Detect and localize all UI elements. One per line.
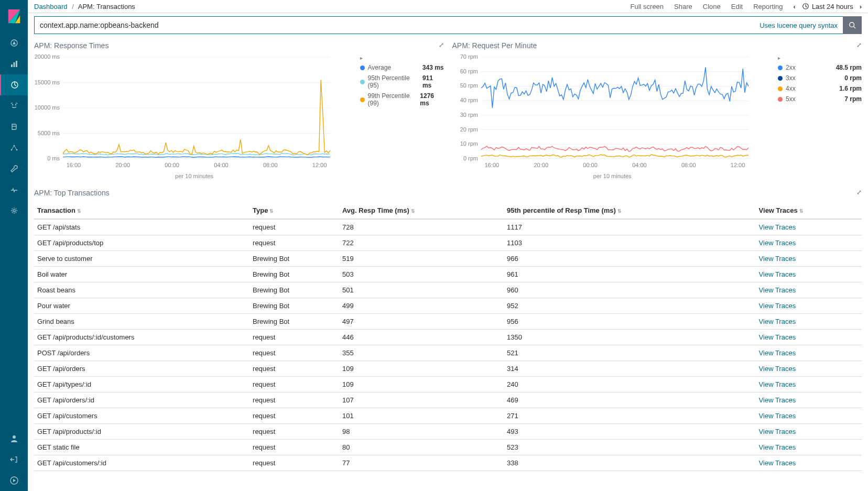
- view-traces-link[interactable]: View Traces: [759, 380, 796, 388]
- svg-text:70 rpm: 70 rpm: [460, 54, 478, 60]
- legend-name: 95th Percentile (95): [368, 74, 422, 89]
- expand-icon[interactable]: ⤢: [856, 41, 862, 49]
- nav-canvas[interactable]: [0, 116, 28, 137]
- cell-transaction: GET /api/customers/:id: [34, 455, 249, 471]
- cell-transaction: Pour water: [34, 298, 249, 314]
- legend-item[interactable]: 2xx48.5 rpm: [778, 64, 862, 71]
- expand-icon[interactable]: ⤢: [439, 41, 444, 49]
- legend-item[interactable]: 99th Percentile (99)1276 ms: [360, 92, 444, 107]
- cell-p95: 956: [504, 314, 756, 330]
- sort-icon[interactable]: ⇅: [617, 209, 622, 214]
- legend-item[interactable]: 4xx1.6 rpm: [778, 85, 862, 92]
- cell-avg: 503: [339, 267, 504, 282]
- view-traces-link[interactable]: View Traces: [759, 459, 796, 467]
- legend-item[interactable]: Average343 ms: [360, 64, 444, 71]
- cell-avg: 107: [339, 392, 504, 408]
- nav-discover[interactable]: [0, 32, 28, 53]
- view-traces-link[interactable]: View Traces: [759, 349, 796, 357]
- expand-icon[interactable]: ⤢: [856, 189, 862, 196]
- legend-item[interactable]: 95th Percentile (95)911 ms: [360, 74, 444, 89]
- nav-graph[interactable]: [0, 137, 28, 158]
- col-transaction[interactable]: Transaction⇅: [34, 202, 249, 219]
- cell-view-traces: View Traces: [756, 455, 862, 471]
- view-traces-link[interactable]: View Traces: [759, 428, 796, 435]
- panel-response-times: APM: Response Times ⤢ 0 ms5000 ms10000 m…: [34, 41, 444, 179]
- col-p95[interactable]: 95th percentile of Resp Time (ms)⇅: [504, 202, 756, 219]
- nav-collapse[interactable]: [0, 470, 28, 491]
- table-row: GET /api/ordersrequest109314View Traces: [34, 361, 862, 377]
- legend-dot: [778, 86, 783, 91]
- svg-text:20:00: 20:00: [115, 162, 130, 168]
- svg-text:50 rpm: 50 rpm: [460, 82, 478, 89]
- legend-item[interactable]: 5xx7 rpm: [778, 95, 862, 103]
- view-traces-link[interactable]: View Traces: [759, 255, 796, 263]
- sort-icon[interactable]: ⇅: [411, 209, 415, 214]
- panel-title: APM: Response Times: [34, 41, 444, 50]
- table-row: Roast beansBrewing Bot501960View Traces: [34, 282, 862, 298]
- view-traces-link[interactable]: View Traces: [759, 412, 796, 420]
- cell-transaction: GET /api/orders: [34, 361, 249, 377]
- legend-name: 99th Percentile (99): [368, 92, 420, 107]
- breadcrumb-root[interactable]: Dashboard: [34, 3, 68, 10]
- action-clone[interactable]: Clone: [703, 3, 721, 10]
- view-traces-link[interactable]: View Traces: [759, 239, 796, 247]
- col-traces[interactable]: View Traces⇅: [756, 202, 862, 219]
- legend-collapse-icon[interactable]: ▸: [778, 55, 780, 61]
- action-fullscreen[interactable]: Full screen: [631, 3, 664, 10]
- view-traces-link[interactable]: View Traces: [759, 318, 796, 325]
- legend-name: 2xx: [786, 64, 796, 71]
- action-reporting[interactable]: Reporting: [753, 3, 783, 10]
- nav-timelion[interactable]: [0, 95, 28, 116]
- query-syntax-hint[interactable]: Uses lucene query syntax: [754, 16, 843, 34]
- col-avg[interactable]: Avg. Resp Time (ms)⇅: [339, 202, 504, 219]
- action-edit[interactable]: Edit: [731, 3, 743, 10]
- breadcrumb: Dashboard / APM: Transactions: [34, 3, 135, 10]
- svg-text:20000 ms: 20000 ms: [35, 54, 60, 60]
- col-type[interactable]: Type⇅: [249, 202, 339, 219]
- svg-text:5000 ms: 5000 ms: [38, 130, 60, 136]
- time-next-icon[interactable]: ›: [860, 3, 862, 10]
- cell-avg: 98: [339, 424, 504, 440]
- panel-title: APM: Request Per Minute: [452, 41, 862, 50]
- legend-collapse-icon[interactable]: ▸: [360, 55, 363, 61]
- view-traces-link[interactable]: View Traces: [759, 302, 796, 310]
- time-picker[interactable]: Last 24 hours: [802, 3, 853, 10]
- rpm-chart[interactable]: 0 rpm10 rpm20 rpm30 rpm40 rpm50 rpm60 rp…: [452, 54, 751, 169]
- response-times-chart[interactable]: 0 ms5000 ms10000 ms15000 ms20000 ms16:00…: [34, 54, 333, 169]
- svg-rect-6: [16, 61, 17, 67]
- nav-logout[interactable]: [0, 449, 28, 470]
- legend-value: 7 rpm: [844, 95, 862, 103]
- view-traces-link[interactable]: View Traces: [759, 365, 796, 373]
- view-traces-link[interactable]: View Traces: [759, 333, 796, 341]
- sort-icon[interactable]: ⇅: [799, 209, 804, 214]
- view-traces-link[interactable]: View Traces: [759, 223, 796, 231]
- table-row: POST /api/ordersrequest355521View Traces: [34, 345, 862, 361]
- nav-management[interactable]: [0, 200, 28, 221]
- cell-p95: 521: [504, 345, 756, 361]
- kibana-logo[interactable]: [0, 0, 28, 32]
- svg-text:30 rpm: 30 rpm: [460, 112, 478, 118]
- cell-view-traces: View Traces: [756, 440, 862, 455]
- nav-dashboard[interactable]: [0, 74, 28, 95]
- table-row: GET /api/statsrequest7281117View Traces: [34, 219, 862, 235]
- sort-icon[interactable]: ⇅: [269, 209, 274, 214]
- nav-devtools[interactable]: [0, 158, 28, 179]
- nav-user[interactable]: [0, 428, 28, 449]
- sort-icon[interactable]: ⇅: [77, 209, 81, 214]
- action-share[interactable]: Share: [674, 3, 692, 10]
- cell-transaction: GET /api/stats: [34, 219, 249, 235]
- query-input[interactable]: [34, 16, 754, 34]
- legend-item[interactable]: 3xx0 rpm: [778, 74, 862, 82]
- query-submit-button[interactable]: [843, 16, 862, 34]
- view-traces-link[interactable]: View Traces: [759, 396, 796, 404]
- nav-monitoring[interactable]: [0, 179, 28, 200]
- cell-view-traces: View Traces: [756, 361, 862, 377]
- nav-visualize[interactable]: [0, 53, 28, 74]
- legend-name: 4xx: [786, 85, 796, 92]
- cell-p95: 966: [504, 251, 756, 267]
- legend-value: 343 ms: [422, 64, 444, 71]
- view-traces-link[interactable]: View Traces: [759, 443, 796, 451]
- time-prev-icon[interactable]: ‹: [794, 3, 796, 10]
- view-traces-link[interactable]: View Traces: [759, 286, 796, 294]
- view-traces-link[interactable]: View Traces: [759, 270, 796, 278]
